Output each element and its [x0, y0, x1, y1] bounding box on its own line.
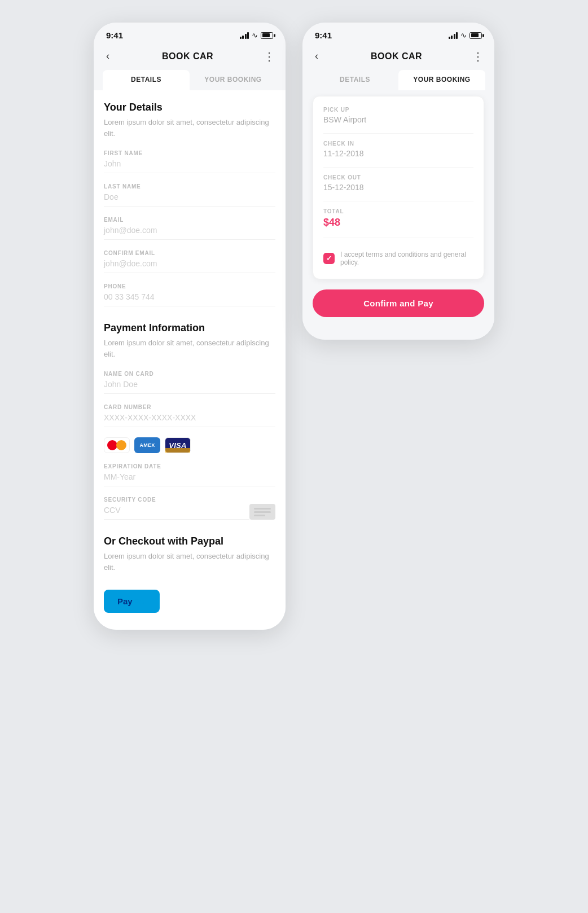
status-bar-left: 9:41 ∿ — [94, 23, 286, 45]
field-label-first-name: FIRST NAME — [104, 150, 275, 156]
field-label-name-on-card: NAME ON CARD — [104, 371, 275, 377]
field-value-first-name[interactable]: John — [104, 159, 275, 173]
booking-checkin-label: CHECK IN — [323, 141, 473, 147]
tab-booking-left[interactable]: YOUR BOOKING — [190, 70, 277, 90]
field-expiration: EXPIRATION DATE MM-Year — [104, 463, 275, 486]
booking-pickup: PICK UP BSW Airport — [323, 107, 473, 124]
field-value-name-on-card[interactable]: John Doe — [104, 380, 275, 394]
field-value-confirm-email[interactable]: john@doe.com — [104, 259, 275, 273]
booking-pickup-value: BSW Airport — [323, 115, 473, 124]
field-value-phone[interactable]: 00 33 345 744 — [104, 292, 275, 306]
field-card-number: CARD NUMBER XXXX-XXXX-XXXX-XXXX — [104, 404, 275, 427]
field-label-last-name: LAST NAME — [104, 183, 275, 190]
field-value-expiration[interactable]: MM-Year — [104, 472, 275, 486]
field-email: EMAIL john@doe.com — [104, 217, 275, 240]
tab-details-left[interactable]: DETAILS — [103, 70, 190, 90]
nav-title-left: BOOK CAR — [162, 51, 213, 62]
booking-total: TOTAL $48 — [323, 208, 473, 229]
field-label-security-code: SECURITY CODE — [104, 497, 249, 503]
card-visual-icon — [249, 504, 275, 520]
status-icons-right: ∿ — [449, 31, 482, 39]
payment-section: Payment Information Lorem ipsum dolor si… — [104, 322, 275, 520]
field-last-name: LAST NAME Doe — [104, 183, 275, 207]
phone-content-right: PICK UP BSW Airport CHECK IN 11-12-2018 … — [302, 90, 494, 340]
status-time-right: 9:41 — [315, 30, 332, 40]
signal-icon-right — [449, 32, 458, 39]
booking-card: PICK UP BSW Airport CHECK IN 11-12-2018 … — [313, 96, 484, 279]
field-value-security-code[interactable]: CCV — [104, 506, 249, 520]
nav-title-right: BOOK CAR — [371, 51, 422, 62]
nav-bar-left: ‹ BOOK CAR ⋮ — [94, 45, 286, 70]
booking-checkout-value: 15-12-2018 — [323, 183, 473, 192]
status-time-left: 9:41 — [106, 30, 123, 40]
your-details-title: Your Details — [104, 102, 275, 113]
nav-bar-right: ‹ BOOK CAR ⋮ — [302, 45, 494, 70]
tabs-left: DETAILS YOUR BOOKING — [94, 70, 286, 90]
payment-desc: Lorem ipsum dolor sit amet, consectetur … — [104, 337, 275, 359]
tabs-right: DETAILS YOUR BOOKING — [302, 70, 494, 90]
field-value-card-number[interactable]: XXXX-XXXX-XXXX-XXXX — [104, 413, 275, 427]
left-phone: 9:41 ∿ ‹ BOOK CAR ⋮ DETAILS — [94, 23, 286, 630]
check-icon: ✓ — [326, 254, 332, 262]
field-label-email: EMAIL — [104, 217, 275, 223]
paypal-title: Or Checkout with Paypal — [104, 535, 275, 547]
battery-icon-right — [469, 32, 482, 39]
booking-checkin: CHECK IN 11-12-2018 — [323, 141, 473, 158]
booking-total-label: TOTAL — [323, 208, 473, 214]
field-name-on-card: NAME ON CARD John Doe — [104, 371, 275, 394]
field-label-expiration: EXPIRATION DATE — [104, 463, 275, 469]
paypal-desc: Lorem ipsum dolor sit amet, consectetur … — [104, 551, 275, 573]
tab-booking-right[interactable]: YOUR BOOKING — [398, 70, 485, 90]
field-security-code: SECURITY CODE CCV — [104, 497, 275, 520]
confirm-pay-button[interactable]: Confirm and Pay — [313, 289, 484, 317]
phones-container: 9:41 ∿ ‹ BOOK CAR ⋮ DETAILS — [94, 23, 494, 630]
booking-checkout-label: CHECK OUT — [323, 174, 473, 181]
booking-total-value: $48 — [323, 217, 473, 229]
booking-divider-3 — [323, 201, 473, 201]
field-label-phone: PHONE — [104, 283, 275, 289]
payment-title: Payment Information — [104, 322, 275, 334]
booking-checkout: CHECK OUT 15-12-2018 — [323, 174, 473, 192]
status-icons-left: ∿ — [240, 31, 274, 39]
booking-divider-1 — [323, 133, 473, 134]
paypal-section: Or Checkout with Paypal Lorem ipsum dolo… — [104, 535, 275, 613]
tab-details-right[interactable]: DETAILS — [311, 70, 398, 90]
wifi-icon-left: ∿ — [252, 31, 258, 39]
card-icons: AMEX VISA — [104, 437, 275, 453]
field-value-last-name[interactable]: Doe — [104, 192, 275, 207]
back-button-left[interactable]: ‹ — [104, 48, 112, 64]
booking-divider-4 — [323, 238, 473, 238]
field-confirm-email: CONFIRM EMAIL john@doe.com — [104, 250, 275, 273]
signal-icon-left — [240, 32, 249, 39]
visa-icon: VISA — [165, 437, 191, 453]
amex-icon: AMEX — [134, 437, 160, 453]
wifi-icon-right: ∿ — [460, 31, 467, 39]
field-label-confirm-email: CONFIRM EMAIL — [104, 250, 275, 256]
more-button-left[interactable]: ⋮ — [264, 51, 275, 62]
booking-pickup-label: PICK UP — [323, 107, 473, 113]
field-value-email[interactable]: john@doe.com — [104, 226, 275, 240]
more-button-right[interactable]: ⋮ — [472, 51, 484, 62]
paypal-button[interactable]: PayPal — [104, 590, 160, 613]
phone-content-left: Your Details Lorem ipsum dolor sit amet,… — [94, 90, 286, 630]
field-label-card-number: CARD NUMBER — [104, 404, 275, 410]
booking-divider-2 — [323, 167, 473, 168]
right-phone: 9:41 ∿ ‹ BOOK CAR ⋮ DETAILS — [302, 23, 494, 340]
terms-checkbox[interactable]: ✓ — [323, 253, 335, 264]
battery-icon-left — [261, 32, 273, 39]
status-bar-right: 9:41 ∿ — [302, 23, 494, 45]
your-details-desc: Lorem ipsum dolor sit amet, consectetur … — [104, 117, 275, 139]
terms-text: I accept terms and conditions and genera… — [340, 251, 473, 266]
terms-row: ✓ I accept terms and conditions and gene… — [323, 245, 473, 269]
your-details-section: Your Details Lorem ipsum dolor sit amet,… — [104, 102, 275, 306]
field-first-name: FIRST NAME John — [104, 150, 275, 173]
booking-checkin-value: 11-12-2018 — [323, 149, 473, 158]
mastercard-icon — [104, 437, 130, 453]
back-button-right[interactable]: ‹ — [313, 48, 321, 64]
field-phone: PHONE 00 33 345 744 — [104, 283, 275, 306]
